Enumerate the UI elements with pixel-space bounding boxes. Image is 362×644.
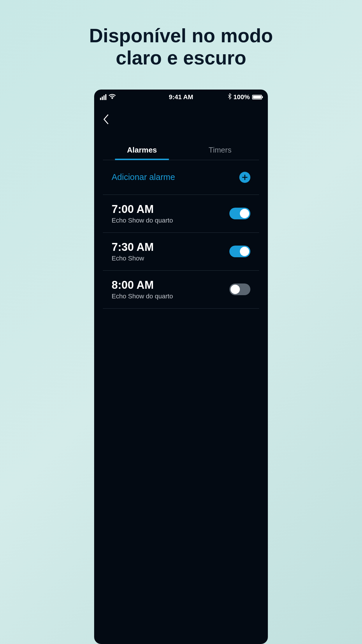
promo-title: Disponível no modo claro e escuro (89, 25, 273, 69)
cellular-signal-icon (100, 94, 106, 100)
alarm-toggle[interactable] (229, 208, 250, 219)
tab-timers-label: Timers (209, 146, 231, 154)
alarm-time: 8:00 AM (112, 279, 173, 291)
alarm-device: Echo Show (112, 255, 154, 262)
bluetooth-icon (228, 93, 232, 101)
status-time: 9:41 AM (169, 93, 193, 101)
back-button[interactable] (94, 105, 268, 132)
plus-icon (239, 172, 250, 183)
alarm-device: Echo Show do quarto (112, 217, 173, 224)
battery-icon (252, 95, 262, 99)
tab-alarms[interactable]: Alarmes (103, 140, 181, 160)
alarm-row[interactable]: 7:30 AM Echo Show (103, 233, 259, 271)
status-left (100, 93, 116, 101)
toggle-knob (240, 247, 249, 256)
status-bar: 9:41 AM 100% (94, 90, 268, 105)
battery-percent: 100% (233, 93, 250, 101)
tabs-container: Alarmes Timers (103, 140, 259, 160)
alarm-info: 7:30 AM Echo Show (112, 241, 154, 262)
promo-title-line2: claro e escuro (116, 47, 246, 69)
status-right: 100% (228, 93, 262, 101)
tab-timers[interactable]: Timers (181, 140, 259, 160)
tab-alarms-label: Alarmes (127, 146, 157, 154)
toggle-knob (240, 209, 249, 218)
add-alarm-button[interactable]: Adicionar alarme (103, 160, 259, 195)
alarm-info: 8:00 AM Echo Show do quarto (112, 279, 173, 300)
alarm-row[interactable]: 7:00 AM Echo Show do quarto (103, 195, 259, 233)
alarm-device: Echo Show do quarto (112, 293, 173, 300)
phone-frame: 9:41 AM 100% Alarmes Timers Adicionar (94, 90, 268, 644)
alarm-row[interactable]: 8:00 AM Echo Show do quarto (103, 271, 259, 309)
promo-title-line1: Disponível no modo (89, 25, 273, 46)
alarm-toggle[interactable] (229, 246, 250, 257)
alarm-time: 7:30 AM (112, 241, 154, 253)
alarm-toggle[interactable] (229, 284, 250, 295)
alarm-time: 7:00 AM (112, 203, 173, 216)
toggle-knob (231, 285, 240, 294)
alarm-info: 7:00 AM Echo Show do quarto (112, 203, 173, 224)
wifi-icon (109, 93, 116, 101)
add-alarm-label: Adicionar alarme (112, 172, 175, 182)
